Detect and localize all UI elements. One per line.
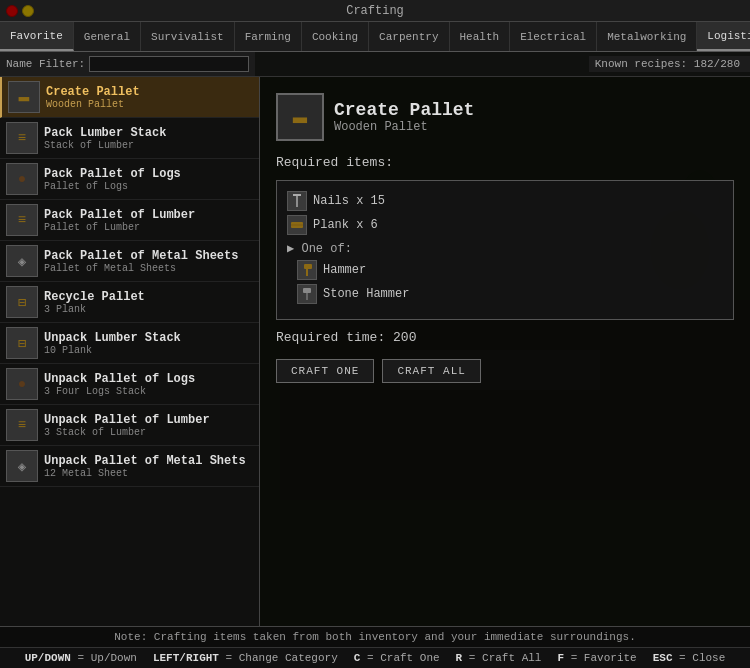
one-of-label: ▶ One of: <box>287 237 723 258</box>
detail-panel: ▬ Create Pallet Wooden Pallet Required i… <box>260 77 750 626</box>
recipe-name-unpack-lumber2: Unpack Pallet of Lumber <box>44 413 210 427</box>
filter-label: Name Filter: <box>6 58 85 70</box>
recipe-sub-pack-logs: Pallet of Logs <box>44 181 181 192</box>
detail-header: ▬ Create Pallet Wooden Pallet <box>276 93 734 141</box>
craft-buttons: CRAFT ONE CRAFT ALL <box>276 359 734 383</box>
required-time-value: 200 <box>393 330 416 345</box>
detail-recipe-sub: Wooden Pallet <box>334 120 474 134</box>
recipe-item-recycle-pallet[interactable]: ⊟ Recycle Pallet 3 Plank <box>0 282 259 323</box>
recipe-name-pack-lumber: Pack Lumber Stack <box>44 126 166 140</box>
recipe-name-recycle: Recycle Pallet <box>44 290 145 304</box>
recipe-name-pack-metal: Pack Pallet of Metal Sheets <box>44 249 238 263</box>
filter-input[interactable] <box>89 56 249 72</box>
title-bar: Crafting <box>0 0 750 22</box>
tab-carpentry[interactable]: Carpentry <box>369 22 449 51</box>
recipe-name-unpack-metal: Unpack Pallet of Metal Shets <box>44 454 246 468</box>
minimize-window-btn[interactable] <box>22 5 34 17</box>
tab-bar: Favorite General Survivalist Farming Coo… <box>0 22 750 52</box>
tab-metalworking[interactable]: Metalworking <box>597 22 697 51</box>
stone-hammer-icon <box>297 284 317 304</box>
tab-survivalist[interactable]: Survivalist <box>141 22 235 51</box>
hotkey-craft-one: C = Craft One <box>354 652 440 664</box>
recipe-sub-pack-lumber: Stack of Lumber <box>44 140 166 151</box>
detail-recipe-name: Create Pallet <box>334 100 474 120</box>
recipe-icon-pack-logs: ● <box>6 163 38 195</box>
nails-icon <box>287 191 307 211</box>
recipe-name-pack-logs: Pack Pallet of Logs <box>44 167 181 181</box>
tab-health[interactable]: Health <box>450 22 511 51</box>
recipe-item-unpack-pallet-lumber[interactable]: ≡ Unpack Pallet of Lumber 3 Stack of Lum… <box>0 405 259 446</box>
recipe-sub-unpack-logs: 3 Four Logs Stack <box>44 386 195 397</box>
recipe-item-pack-metal[interactable]: ◈ Pack Pallet of Metal Sheets Pallet of … <box>0 241 259 282</box>
recipe-item-unpack-metal-shets[interactable]: ◈ Unpack Pallet of Metal Shets 12 Metal … <box>0 446 259 487</box>
recipe-icon-pack-lumber2: ≡ <box>6 204 38 236</box>
hotkey-leftright: LEFT/RIGHT = Change Category <box>153 652 338 664</box>
recipe-list: ▬ Create Pallet Wooden Pallet ≡ Pack Lum… <box>0 77 260 626</box>
recipe-icon-create-pallet: ▬ <box>8 81 40 113</box>
hammer-text: Hammer <box>323 263 366 277</box>
recipe-sub-unpack-lumber2: 3 Stack of Lumber <box>44 427 210 438</box>
recipe-item-unpack-pallet-logs[interactable]: ● Unpack Pallet of Logs 3 Four Logs Stac… <box>0 364 259 405</box>
recipe-icon-pack-metal: ◈ <box>6 245 38 277</box>
one-of-stone-hammer: Stone Hammer <box>287 282 723 306</box>
recipe-icon-unpack-lumber: ⊟ <box>6 327 38 359</box>
recipe-name-unpack-lumber: Unpack Lumber Stack <box>44 331 181 345</box>
recipe-icon-unpack-lumber2: ≡ <box>6 409 38 441</box>
svg-rect-9 <box>304 264 312 269</box>
svg-rect-11 <box>303 288 311 293</box>
hammer-icon <box>297 260 317 280</box>
recipe-sub-pack-metal: Pallet of Metal Sheets <box>44 263 238 274</box>
recipe-item-pack-pallet-lumber[interactable]: ≡ Pack Pallet of Lumber Pallet of Lumber <box>0 200 259 241</box>
close-window-btn[interactable] <box>6 5 18 17</box>
title-bar-controls <box>6 5 34 17</box>
nails-text: Nails x 15 <box>313 194 385 208</box>
recipe-sub-create-pallet: Wooden Pallet <box>46 99 140 110</box>
recipe-item-pack-lumber-stack[interactable]: ≡ Pack Lumber Stack Stack of Lumber <box>0 118 259 159</box>
required-time: Required time: 200 <box>276 330 734 345</box>
tab-logistics[interactable]: Logistics <box>697 22 750 51</box>
tab-cooking[interactable]: Cooking <box>302 22 369 51</box>
hotkey-craft-all: R = Craft All <box>456 652 542 664</box>
ingredients-box: Nails x 15 Plank x 6 ▶ One of: <box>276 180 734 320</box>
plank-text: Plank x 6 <box>313 218 378 232</box>
recipe-icon-unpack-metal: ◈ <box>6 450 38 482</box>
recipe-name-create-pallet: Create Pallet <box>46 85 140 99</box>
hotkey-esc: ESC = Close <box>653 652 726 664</box>
required-items-label: Required items: <box>276 155 734 170</box>
recipe-icon-pack-lumber: ≡ <box>6 122 38 154</box>
recipe-sub-unpack-metal: 12 Metal Sheet <box>44 468 246 479</box>
hotkeys-bar: UP/DOWN = Up/Down LEFT/RIGHT = Change Ca… <box>0 647 750 668</box>
recipe-item-pack-pallet-logs[interactable]: ● Pack Pallet of Logs Pallet of Logs <box>0 159 259 200</box>
recipe-name-pack-lumber2: Pack Pallet of Lumber <box>44 208 195 222</box>
window-title: Crafting <box>346 4 404 18</box>
recipe-name-unpack-logs: Unpack Pallet of Logs <box>44 372 195 386</box>
recipe-item-create-pallet[interactable]: ▬ Create Pallet Wooden Pallet <box>0 77 259 118</box>
stone-hammer-text: Stone Hammer <box>323 287 409 301</box>
tab-general[interactable]: General <box>74 22 141 51</box>
tab-favorite[interactable]: Favorite <box>0 22 74 51</box>
recipe-sub-unpack-lumber: 10 Plank <box>44 345 181 356</box>
recipe-icon-recycle: ⊟ <box>6 286 38 318</box>
craft-all-button[interactable]: CRAFT ALL <box>382 359 480 383</box>
filter-bar: Name Filter: <box>0 52 255 76</box>
ingredient-plank: Plank x 6 <box>287 213 723 237</box>
recipe-icon-unpack-logs: ● <box>6 368 38 400</box>
crafting-window: Crafting Favorite General Survivalist Fa… <box>0 0 750 668</box>
craft-one-button[interactable]: CRAFT ONE <box>276 359 374 383</box>
recipe-item-unpack-lumber-stack[interactable]: ⊟ Unpack Lumber Stack 10 Plank <box>0 323 259 364</box>
ingredient-nails: Nails x 15 <box>287 189 723 213</box>
detail-icon: ▬ <box>276 93 324 141</box>
bottom-note: Note: Crafting items taken from both inv… <box>0 626 750 647</box>
recipe-sub-pack-lumber2: Pallet of Lumber <box>44 222 195 233</box>
hotkey-favorite: F = Favorite <box>557 652 636 664</box>
plank-icon <box>287 215 307 235</box>
tab-farming[interactable]: Farming <box>235 22 302 51</box>
tab-electrical[interactable]: Electrical <box>510 22 597 51</box>
hotkey-updown: UP/DOWN = Up/Down <box>25 652 137 664</box>
known-recipes: Known recipes: 182/280 <box>589 56 750 72</box>
svg-rect-12 <box>306 293 308 300</box>
recipe-sub-recycle: 3 Plank <box>44 304 145 315</box>
svg-rect-10 <box>306 269 308 276</box>
main-content: ▬ Create Pallet Wooden Pallet ≡ Pack Lum… <box>0 77 750 626</box>
one-of-hammer: Hammer <box>287 258 723 282</box>
